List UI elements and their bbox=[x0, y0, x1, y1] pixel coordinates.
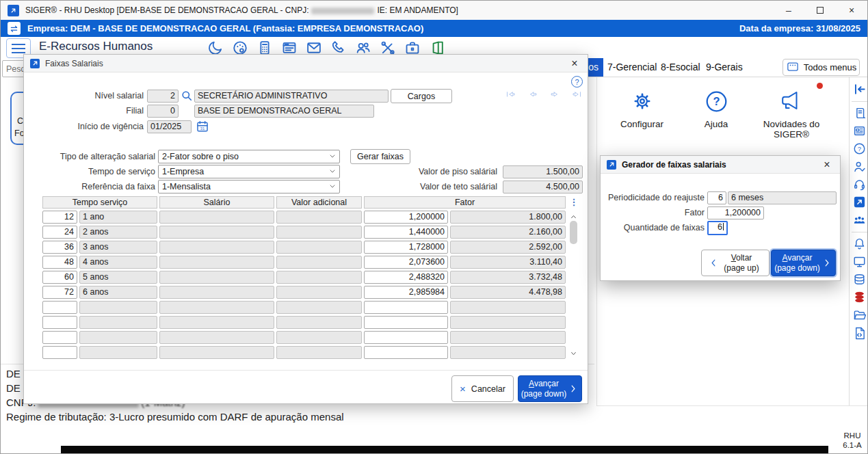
table-row bbox=[42, 301, 568, 314]
close-button[interactable]: × bbox=[836, 1, 867, 20]
cell-meses[interactable]: 72 bbox=[42, 286, 77, 299]
tab-gerais[interactable]: 9-Gerais bbox=[706, 58, 743, 77]
cell-fator[interactable] bbox=[364, 301, 448, 314]
calendar-icon[interactable]: 31 bbox=[196, 120, 209, 133]
next-record-button[interactable] bbox=[547, 90, 563, 102]
cell-meses[interactable]: 48 bbox=[42, 256, 77, 269]
database-red-icon[interactable] bbox=[851, 289, 868, 306]
tab-esocial[interactable]: 8-Esocial bbox=[661, 58, 700, 77]
referencia-select[interactable]: 1-Mensalista bbox=[158, 180, 340, 193]
monitor-icon[interactable] bbox=[851, 253, 868, 270]
quantidade-label: Quantidade de faixas bbox=[606, 222, 705, 235]
filial-input[interactable]: 0 bbox=[147, 105, 179, 118]
cancelar-button[interactable]: × Cancelar bbox=[451, 375, 514, 402]
cell-fator[interactable] bbox=[364, 331, 448, 344]
cell-fator[interactable]: 2,073600 bbox=[364, 256, 448, 269]
nivel-salarial-input[interactable]: 2 bbox=[147, 90, 179, 103]
cell-meses[interactable]: 12 bbox=[42, 211, 77, 224]
cell-meses[interactable]: 36 bbox=[42, 241, 77, 254]
gerador-close-icon[interactable]: × bbox=[820, 158, 834, 172]
minimize-button[interactable]: – bbox=[773, 1, 804, 20]
user-check-icon[interactable] bbox=[851, 158, 868, 175]
ajuda-action[interactable]: ? Ajuda bbox=[689, 85, 744, 129]
strip-separator bbox=[852, 232, 867, 232]
cell-fator[interactable] bbox=[364, 346, 448, 359]
cell-meses[interactable] bbox=[42, 316, 77, 329]
first-record-button[interactable] bbox=[503, 90, 519, 102]
search-lookup-icon[interactable] bbox=[181, 90, 193, 102]
help-circle-icon[interactable]: ? bbox=[851, 140, 868, 157]
column-header[interactable]: Valor adicional bbox=[276, 196, 362, 209]
headset-icon[interactable] bbox=[851, 176, 868, 193]
teto-label: Valor de teto salárial bbox=[402, 181, 497, 193]
cell-salario bbox=[159, 331, 274, 344]
cell-adicional bbox=[276, 271, 362, 284]
database-icon[interactable] bbox=[851, 271, 868, 288]
cell-meses[interactable] bbox=[42, 301, 77, 314]
faixas-dialog-title: Faixas Salariais bbox=[45, 59, 103, 68]
cell-valor: 3.110,40 bbox=[450, 256, 566, 269]
previous-record-button[interactable] bbox=[525, 90, 541, 102]
vigencia-input[interactable]: 01/2025 bbox=[147, 120, 192, 133]
avancar-button[interactable]: Avançar(page down) bbox=[518, 375, 582, 402]
code-file-icon[interactable] bbox=[851, 324, 868, 341]
cargos-button[interactable]: Cargos bbox=[391, 89, 452, 103]
team-icon[interactable] bbox=[851, 211, 868, 228]
gerador-dialog-titlebar[interactable]: Gerador de faixas salariais × bbox=[601, 156, 840, 174]
faixas-dialog-titlebar[interactable]: Faixas Salariais × bbox=[24, 55, 588, 72]
cell-meses[interactable] bbox=[42, 331, 77, 344]
footer-separator bbox=[24, 370, 588, 371]
cell-salario bbox=[159, 286, 274, 299]
column-header[interactable]: Fator bbox=[364, 196, 566, 209]
help-icon[interactable]: ? bbox=[571, 76, 583, 88]
voltar-button[interactable]: Voltar(page up) bbox=[701, 250, 770, 276]
maximize-button[interactable] bbox=[804, 1, 836, 20]
tipo-alteracao-select[interactable]: 2-Fator sobre o piso bbox=[158, 150, 340, 163]
tempo-servico-label: Tempo de serviço bbox=[48, 165, 155, 178]
gen-avancar-button[interactable]: Avançar(page down) bbox=[771, 250, 836, 276]
news-icon[interactable] bbox=[851, 122, 868, 139]
gerar-faixas-button[interactable]: Gerar faixas bbox=[350, 149, 410, 164]
svg-text:?: ? bbox=[713, 95, 720, 107]
tab-gerencial[interactable]: 7-Gerencial bbox=[607, 58, 657, 77]
siger-app-icon[interactable] bbox=[851, 193, 868, 211]
piso-field: 1.500,00 bbox=[503, 165, 583, 178]
faixas-table: 121 ano1,2000001.800,00242 anos1,4400002… bbox=[42, 211, 568, 361]
scroll-icon[interactable] bbox=[851, 105, 868, 122]
cell-meses[interactable]: 60 bbox=[42, 271, 77, 284]
tempo-servico-select[interactable]: 1-Empresa bbox=[158, 165, 340, 178]
cell-fator[interactable]: 1,200000 bbox=[364, 211, 448, 224]
table-menu-icon[interactable]: ⋮ bbox=[569, 196, 579, 209]
configurar-action[interactable]: Configurar bbox=[609, 85, 674, 129]
cell-fator[interactable]: 1,728000 bbox=[364, 241, 448, 254]
cell-fator[interactable]: 2,488320 bbox=[364, 271, 448, 284]
table-scrollbar[interactable] bbox=[569, 211, 578, 360]
cell-valor: 2.592,00 bbox=[450, 241, 566, 254]
bell-icon[interactable] bbox=[851, 235, 868, 252]
cell-tempo bbox=[79, 316, 157, 329]
folder-open-icon[interactable] bbox=[851, 306, 868, 323]
cell-fator[interactable]: 1,440000 bbox=[364, 226, 448, 239]
column-header[interactable]: Salário bbox=[159, 196, 274, 209]
company-swap-icon[interactable] bbox=[8, 22, 21, 35]
collapse-left-icon[interactable] bbox=[851, 81, 868, 98]
periodicidade-input[interactable]: 6 bbox=[707, 191, 726, 204]
novidades-action[interactable]: Novidades do SIGER® bbox=[758, 85, 825, 139]
gen-fator-input[interactable]: 1,200000 bbox=[707, 206, 764, 219]
cell-fator[interactable]: 2,985984 bbox=[364, 286, 448, 299]
cell-salario bbox=[159, 301, 274, 314]
todos-menus-button[interactable]: Todos menus bbox=[782, 59, 860, 76]
cell-tempo: 1 ano bbox=[79, 211, 157, 224]
cell-fator[interactable] bbox=[364, 316, 448, 329]
last-record-button[interactable] bbox=[568, 90, 585, 102]
cell-meses[interactable]: 24 bbox=[42, 226, 77, 239]
column-header[interactable]: Tempo serviço bbox=[42, 196, 157, 209]
cell-valor: 3.732,48 bbox=[450, 271, 566, 284]
cell-meses[interactable] bbox=[42, 346, 77, 359]
table-row: 121 ano1,2000001.800,00 bbox=[42, 211, 568, 224]
quantidade-input[interactable]: 6 bbox=[707, 221, 728, 235]
scroll-down-icon bbox=[569, 347, 578, 360]
faixas-close-icon[interactable]: × bbox=[568, 57, 581, 70]
table-row bbox=[42, 346, 568, 359]
scrollbar-thumb[interactable] bbox=[570, 221, 577, 244]
